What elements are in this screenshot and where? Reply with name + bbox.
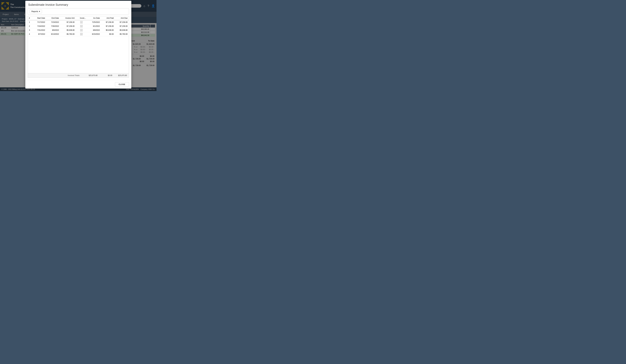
cell-invoice-amt: $5,760.00 [60, 32, 76, 36]
cell-end-date: 8/6/2022 [46, 28, 60, 32]
cell-num: 2 [28, 24, 32, 28]
cell-checkbox[interactable] [76, 20, 87, 24]
cell-end-date: 7/30/2022 [46, 24, 60, 28]
cell-inv-date: 7/25/2022 [87, 20, 101, 24]
cell-amt-paid: $7,236.00 [101, 20, 115, 24]
modal-body: Reports ▾ # Start Date End Date Invoice … [25, 8, 131, 80]
col-start-date: Start Date [32, 16, 46, 20]
cell-amt-paid: $7,236.00 [101, 24, 115, 28]
cell-start-date: 7/31/2022 [32, 28, 46, 32]
cell-checkbox[interactable] [76, 28, 87, 32]
cell-invoice-amt: $7,236.00 [60, 20, 76, 24]
cell-num: 3 [28, 28, 32, 32]
reports-label: Reports [32, 10, 38, 12]
table-row: 3 7/31/2022 8/6/2022 $5,638.80 8/8/2022 … [28, 28, 129, 32]
col-amt-paid: Amt Paid [101, 16, 115, 20]
cell-amt-due: $5,638.80 [115, 28, 129, 32]
totals-invoice: $25,870.80 [83, 74, 98, 76]
table-row: 1 7/17/2022 7/23/2022 $7,236.00 7/25/202… [28, 20, 129, 24]
invoice-checkbox[interactable] [80, 25, 82, 27]
col-amt-due: Amt Due [115, 16, 129, 20]
totals-due: $25,870.80 [112, 74, 127, 76]
cell-num: 4 [28, 32, 32, 36]
modal-footer: CLOSE [25, 80, 131, 89]
invoice-checkbox[interactable] [80, 33, 82, 35]
table-row: 4 8/7/2022 8/13/2022 $5,760.00 8/15/2022… [28, 32, 129, 36]
cell-start-date: 8/7/2022 [32, 32, 46, 36]
cell-invoice-amt: $5,638.80 [60, 28, 76, 32]
col-invoice-amt: Invoice Amt [60, 16, 76, 20]
col-num: # [28, 16, 32, 20]
col-invoic: Invoic... [76, 16, 87, 20]
col-end-date: End Date [46, 16, 60, 20]
cell-end-date: 8/13/2022 [46, 32, 60, 36]
reports-button[interactable]: Reports ▾ [30, 10, 42, 13]
cell-checkbox[interactable] [76, 32, 87, 36]
cell-checkbox[interactable] [76, 24, 87, 28]
invoice-table-container[interactable]: # Start Date End Date Invoice Amt Invoic… [28, 16, 129, 73]
cell-amt-paid: $5,638.00 [101, 28, 115, 32]
cell-inv-date: 8/15/2022 [87, 32, 101, 36]
close-button[interactable]: CLOSE [115, 82, 129, 87]
totals-paid: $0.00 [98, 74, 112, 76]
col-inv-date: Inv Date [87, 16, 101, 20]
cell-amt-due: $7,236.00 [115, 20, 129, 24]
modal-overlay: Subestimate Invoice Summary Reports ▾ # … [0, 0, 156, 91]
cell-start-date: 7/24/2022 [32, 24, 46, 28]
invoice-table: # Start Date End Date Invoice Amt Invoic… [28, 16, 129, 36]
totals-bar: Invoiced Totals: $25,870.80 $0.00 $25,87… [28, 73, 129, 78]
reports-toolbar: Reports ▾ [28, 8, 129, 15]
cell-amt-due: $5,760.00 [115, 32, 129, 36]
totals-label: Invoiced Totals: [68, 74, 80, 76]
invoice-checkbox[interactable] [80, 29, 82, 31]
cell-end-date: 7/23/2022 [46, 20, 60, 24]
table-row: 2 7/24/2022 7/30/2022 $7,236.00 8/1/2022… [28, 24, 129, 28]
cell-amt-paid: $0.00 [101, 32, 115, 36]
invoice-checkbox[interactable] [80, 21, 82, 23]
cell-num: 1 [28, 20, 32, 24]
invoice-summary-modal: Subestimate Invoice Summary Reports ▾ # … [25, 1, 131, 89]
cell-amt-due: $7,236.00 [115, 24, 129, 28]
cell-invoice-amt: $7,236.00 [60, 24, 76, 28]
modal-title: Subestimate Invoice Summary [25, 1, 131, 8]
cell-inv-date: 8/1/2022 [87, 24, 101, 28]
invoice-table-header-row: # Start Date End Date Invoice Amt Invoic… [28, 16, 129, 20]
cell-start-date: 7/17/2022 [32, 20, 46, 24]
reports-dropdown-icon: ▾ [39, 10, 40, 12]
cell-inv-date: 8/8/2022 [87, 28, 101, 32]
